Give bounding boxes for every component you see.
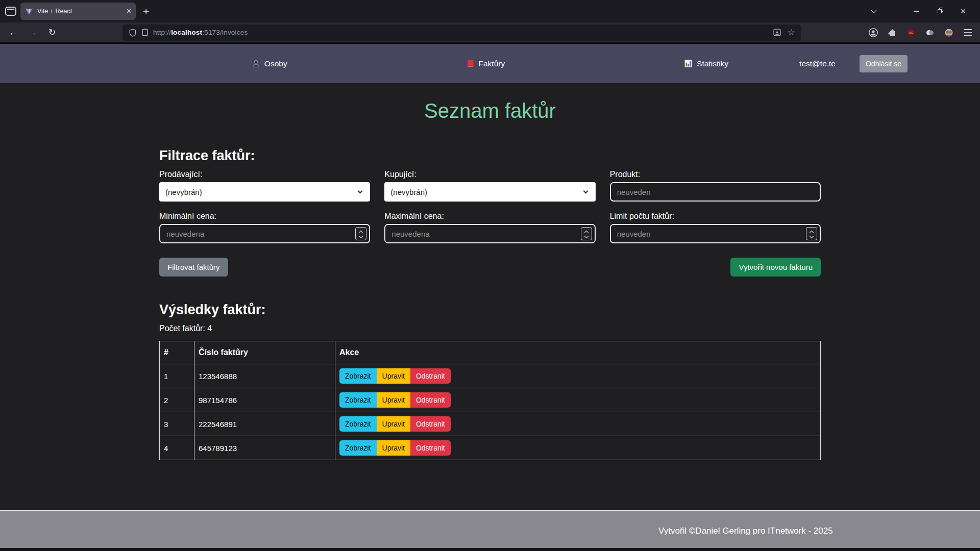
product-input[interactable] bbox=[610, 182, 821, 202]
reload-button[interactable]: ↻ bbox=[44, 25, 60, 40]
tab-bar: Vite + React × + × bbox=[0, 0, 980, 22]
nav-link-statistiky[interactable]: Statistiky bbox=[684, 59, 728, 68]
shield-icon[interactable] bbox=[129, 29, 137, 37]
url-text: http://localhost:5173/invoices bbox=[153, 29, 248, 36]
table-row: 4 645789123 Zobrazit Upravit Odstranit bbox=[160, 436, 821, 460]
max-price-field: Maximální cena: bbox=[384, 212, 595, 243]
browser-toolbar: ← → ↻ http://localhost:5173/invoices ☆ bbox=[0, 22, 980, 44]
page-title: Seznam faktůr bbox=[0, 99, 980, 122]
logout-button[interactable]: Odhlásit se bbox=[860, 55, 908, 72]
min-price-field: Minimální cena: bbox=[159, 212, 370, 243]
seller-field: Prodávající: (nevybrán) bbox=[159, 170, 370, 202]
create-invoice-button[interactable]: Vytvořit novou fakturu bbox=[730, 258, 821, 277]
browser-tab[interactable]: Vite + React × bbox=[20, 3, 136, 20]
nav-link-label: Statistiky bbox=[697, 59, 728, 68]
number-spinner[interactable] bbox=[355, 227, 366, 240]
odstranit-button[interactable]: Odstranit bbox=[410, 416, 451, 432]
row-actions: Zobrazit Upravit Odstranit bbox=[339, 368, 451, 384]
account-icon[interactable] bbox=[866, 26, 880, 40]
page-footer: Vytvořil ©Daniel Gerling pro ITnetwork -… bbox=[0, 510, 980, 548]
browser-window: Vite + React × + × ← → ↻ http://localhos… bbox=[0, 0, 980, 551]
save-page-icon[interactable] bbox=[773, 28, 781, 37]
column-header-actions: Akce bbox=[335, 341, 821, 364]
bar-chart-icon bbox=[684, 59, 693, 68]
upravit-button[interactable]: Upravit bbox=[377, 416, 410, 432]
restore-button[interactable] bbox=[928, 3, 951, 20]
upravit-button[interactable]: Upravit bbox=[377, 440, 410, 456]
filter-heading: Filtrace faktůr: bbox=[159, 148, 821, 164]
invoice-number: 123546888 bbox=[194, 364, 335, 388]
zobrazit-button[interactable]: Zobrazit bbox=[339, 368, 377, 384]
user-email: test@te.te bbox=[799, 59, 836, 68]
window-close-button[interactable]: × bbox=[951, 3, 975, 20]
nav-link-faktury[interactable]: Faktůry bbox=[467, 59, 505, 68]
limit-label: Limit počtu faktůr: bbox=[610, 212, 821, 221]
url-bar[interactable]: http://localhost:5173/invoices ☆ bbox=[122, 24, 801, 41]
row-actions: Zobrazit Upravit Odstranit bbox=[339, 392, 451, 408]
vite-logo-icon bbox=[25, 7, 33, 15]
new-tab-button[interactable]: + bbox=[143, 6, 149, 17]
back-button[interactable]: ← bbox=[5, 25, 21, 40]
table-row: 1 123546888 Zobrazit Upravit Odstranit bbox=[160, 364, 821, 388]
tab-title: Vite + React bbox=[37, 8, 122, 15]
zobrazit-button[interactable]: Zobrazit bbox=[339, 392, 377, 408]
red-book-icon bbox=[467, 59, 475, 68]
minimize-button[interactable] bbox=[904, 3, 928, 20]
bottom-edge bbox=[0, 548, 980, 551]
invoice-number: 222546891 bbox=[194, 412, 335, 436]
table-row: 3 222546891 Zobrazit Upravit Odstranit bbox=[160, 412, 821, 436]
firefox-view-icon[interactable] bbox=[5, 7, 16, 16]
person-icon bbox=[252, 59, 260, 68]
circles-extension-icon[interactable] bbox=[923, 26, 937, 40]
nav-link-osoby[interactable]: Osoby bbox=[252, 59, 287, 68]
odstranit-button[interactable]: Odstranit bbox=[410, 392, 451, 408]
row-actions: Zobrazit Upravit Odstranit bbox=[339, 416, 451, 432]
min-price-input[interactable] bbox=[159, 224, 370, 243]
number-spinner[interactable] bbox=[806, 227, 817, 240]
row-index: 2 bbox=[160, 388, 194, 412]
invoice-number: 987154786 bbox=[194, 388, 335, 412]
product-field: Produkt: bbox=[610, 170, 821, 202]
seller-select[interactable]: (nevybrán) bbox=[159, 182, 370, 202]
tab-list-chevron-icon[interactable] bbox=[865, 3, 883, 20]
invoice-count: Počet faktůr: 4 bbox=[159, 324, 821, 333]
column-header-number: Číslo faktůry bbox=[194, 341, 335, 364]
avatar-extension-icon[interactable] bbox=[942, 26, 956, 40]
number-spinner[interactable] bbox=[581, 227, 592, 240]
limit-field: Limit počtu faktůr: bbox=[610, 212, 821, 243]
upravit-button[interactable]: Upravit bbox=[377, 392, 410, 408]
nav-link-label: Faktůry bbox=[479, 59, 505, 68]
zobrazit-button[interactable]: Zobrazit bbox=[339, 416, 377, 432]
page-info-icon[interactable] bbox=[141, 29, 149, 36]
row-actions: Zobrazit Upravit Odstranit bbox=[339, 440, 451, 456]
zobrazit-button[interactable]: Zobrazit bbox=[339, 440, 377, 456]
invoice-number: 645789123 bbox=[194, 436, 335, 460]
max-price-input[interactable] bbox=[384, 224, 595, 243]
invoice-table: # Číslo faktůry Akce 1 123546888 Zobrazi… bbox=[159, 341, 821, 460]
forward-button: → bbox=[24, 25, 41, 40]
ublock-extension-icon[interactable]: UO bbox=[904, 26, 918, 40]
bookmark-star-icon[interactable]: ☆ bbox=[788, 28, 795, 37]
filter-form: Prodávající: (nevybrán) Kupující: (nevyb… bbox=[159, 170, 821, 243]
min-price-label: Minimální cena: bbox=[159, 212, 370, 221]
nav-link-label: Osoby bbox=[264, 59, 287, 68]
odstranit-button[interactable]: Odstranit bbox=[410, 368, 451, 384]
upravit-button[interactable]: Upravit bbox=[377, 368, 410, 384]
limit-input[interactable] bbox=[610, 224, 821, 243]
tab-close-icon[interactable]: × bbox=[127, 7, 131, 15]
main-content: Seznam faktůr Filtrace faktůr: Prodávají… bbox=[0, 83, 980, 510]
odstranit-button[interactable]: Odstranit bbox=[410, 440, 451, 456]
menu-hamburger-icon[interactable] bbox=[961, 26, 975, 40]
column-header-index: # bbox=[160, 341, 194, 364]
buyer-label: Kupující: bbox=[384, 170, 595, 179]
max-price-label: Maximální cena: bbox=[384, 212, 595, 221]
row-index: 1 bbox=[160, 364, 194, 388]
table-row: 2 987154786 Zobrazit Upravit Odstranit bbox=[160, 388, 821, 412]
app-navbar: Osoby Faktůry Statistiky te bbox=[0, 44, 980, 83]
row-index: 4 bbox=[160, 436, 194, 460]
buyer-select[interactable]: (nevybrán) bbox=[384, 182, 595, 202]
extensions-puzzle-icon[interactable] bbox=[885, 26, 899, 40]
invoice-table-body: 1 123546888 Zobrazit Upravit Odstranit 2… bbox=[160, 364, 821, 460]
seller-label: Prodávající: bbox=[159, 170, 370, 179]
filter-button[interactable]: Filtrovat faktůry bbox=[159, 258, 228, 277]
